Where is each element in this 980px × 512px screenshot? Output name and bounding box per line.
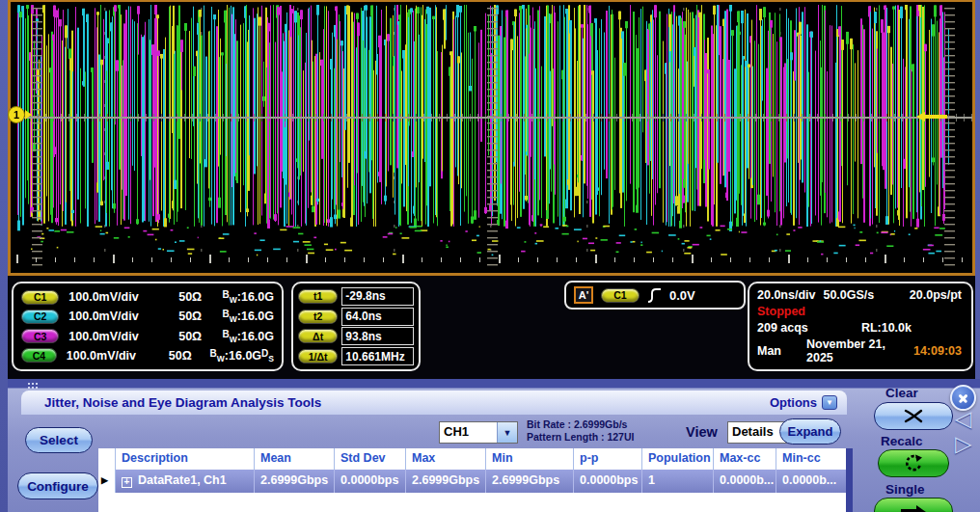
channel-c3-termination: 50Ω	[178, 330, 214, 343]
channel-c1-button[interactable]: C1	[21, 290, 59, 305]
cell-mean: 2.6999Gbps	[255, 470, 335, 493]
channel-row-c3: C3 100.0mV/div 50Ω BW:16.0G	[21, 327, 274, 346]
single-label: Single	[885, 482, 925, 497]
date-display: November 21, 2025	[806, 337, 913, 364]
timebase-readout-box: 20.0ns/div 50.0GS/s 20.0ps/pt Stopped 20…	[748, 282, 973, 371]
channel-c3-button[interactable]: C3	[21, 329, 59, 343]
marker-arrow-icon	[25, 110, 32, 120]
trigger-system-badge[interactable]: A'	[574, 286, 593, 304]
channel-c3-scale: 100.0mV/div	[68, 330, 178, 343]
cursor-t2-value: 64.0ns	[341, 308, 414, 326]
cursor-dt-button[interactable]: Δt	[298, 329, 338, 343]
channel-c2-button[interactable]: C2	[21, 310, 59, 324]
trigger-mode: Man	[757, 344, 781, 358]
timebase-scale-line: 20.0ns/div 50.0GS/s 20.0ps/pt	[757, 288, 962, 302]
options-dropdown-icon[interactable]: ▼	[822, 395, 837, 410]
column-header-mincc[interactable]: Min-cc	[776, 448, 846, 470]
source-select[interactable]: CH1 ▼	[439, 421, 518, 444]
jnea-panel: Jitter, Noise and Eye Diagram Analysis T…	[8, 379, 980, 512]
source-dropdown-icon[interactable]: ▼	[497, 422, 517, 443]
channel-c1-scale: 100.0mV/div	[68, 290, 178, 304]
waveform-reference-marker[interactable]: 1	[8, 106, 32, 123]
column-header-max[interactable]: Max	[406, 448, 486, 470]
trigger-source-button[interactable]: C1	[601, 288, 640, 303]
record-length: RL:10.0k	[861, 321, 912, 335]
channel-c4-bandwidth: BW:16.0G	[210, 348, 261, 364]
column-header-population[interactable]: Population	[642, 448, 714, 470]
channel-c3-bandwidth: BW:16.0G	[223, 329, 274, 344]
channel-row-c1: C1 100.0mV/div 50Ω BW:16.0G	[21, 287, 274, 307]
recalc-label: Recalc	[881, 434, 923, 448]
trigger-readout-box: A' C1 0.0V	[564, 281, 746, 310]
options-label: Options	[770, 395, 817, 410]
configure-button[interactable]: Configure	[17, 472, 98, 499]
expand-button[interactable]: Expand	[779, 418, 841, 445]
single-arrow-icon	[901, 505, 926, 512]
cell-stddev: 0.0000bps	[335, 470, 406, 493]
cursor-row-t2: t2 64.0ns	[298, 307, 414, 327]
channel-c2-scale: 100.0mV/div	[68, 310, 178, 323]
cursor-row-inv-dt: 1/Δt 10.661MHz	[298, 346, 414, 366]
cursor-row-t1: t1 -29.8ns	[298, 286, 414, 307]
recalc-button[interactable]	[878, 449, 949, 477]
bit-rate-info: Bit Rate : 2.6999Gb/s Pattern Length : 1…	[527, 418, 634, 444]
cursor-inv-dt-value: 10.661MHz	[341, 347, 414, 365]
column-header-min[interactable]: Min	[486, 448, 574, 470]
channel-readout-box: C1 100.0mV/div 50Ω BW:16.0G C2 100.0mV/d…	[12, 282, 284, 371]
sample-rate: 50.0GS/s	[823, 288, 874, 302]
expand-row-icon[interactable]: +	[122, 477, 132, 488]
nav-left-icon[interactable]: ◁	[955, 408, 972, 430]
single-button[interactable]	[874, 498, 953, 512]
channel-row-c4: C4 100.0mV/div 50Ω BW:16.0G DS	[21, 346, 274, 365]
table-scrollbar[interactable]	[846, 448, 853, 512]
digital-signal-badge: DS	[261, 348, 274, 364]
panel-title: Jitter, Noise and Eye Diagram Analysis T…	[44, 395, 321, 410]
cell-min: 2.6999Gbps	[486, 470, 574, 493]
channel-c2-bandwidth: BW:16.0G	[223, 309, 274, 324]
channel-c2-termination: 50Ω	[178, 310, 214, 323]
cursor-inv-dt-button[interactable]: 1/Δt	[298, 349, 338, 364]
recalc-refresh-icon	[905, 454, 923, 472]
cursor-t1-button[interactable]: t1	[298, 289, 338, 304]
waveform-canvas	[11, 2, 972, 273]
column-header-maxcc[interactable]: Max-cc	[714, 448, 776, 470]
table-header-selector	[98, 448, 116, 470]
channel-c1-termination: 50Ω	[178, 290, 214, 304]
trigger-level-value: 0.0V	[669, 288, 695, 303]
cursor-t1-value: -29.8ns	[341, 287, 414, 306]
source-select-value: CH1	[440, 422, 497, 443]
cursor-readout-box: t1 -29.8ns t2 64.0ns Δt 93.8ns 1/Δt 10.6…	[291, 282, 421, 371]
channel-c4-button[interactable]: C4	[21, 348, 57, 363]
cell-description: +DataRate1, Ch1	[116, 470, 255, 493]
rising-edge-icon	[647, 287, 662, 304]
select-button[interactable]: Select	[25, 427, 93, 453]
column-header-description[interactable]: Description	[116, 448, 255, 470]
clear-x-icon	[904, 409, 923, 423]
view-label: View	[686, 424, 718, 440]
results-table: Description Mean Std Dev Max Min p-p Pop…	[98, 448, 846, 512]
cell-population: 1	[642, 470, 714, 493]
table-row[interactable]: ▶ +DataRate1, Ch1 2.6999Gbps 0.0000bps 2…	[98, 470, 846, 493]
acquisition-status: Stopped	[757, 305, 805, 318]
cursor-dt-value: 93.8ns	[341, 327, 414, 345]
trigger-level-arrow-icon[interactable]	[916, 112, 947, 121]
column-header-stddev[interactable]: Std Dev	[335, 448, 406, 470]
cell-max: 2.6999Gbps	[406, 470, 486, 493]
table-header-row: Description Mean Std Dev Max Min p-p Pop…	[98, 448, 846, 470]
cursor-t2-button[interactable]: t2	[298, 310, 338, 324]
column-header-pp[interactable]: p-p	[574, 448, 642, 470]
options-menu[interactable]: Options ▼	[770, 395, 837, 410]
panel-header: Jitter, Noise and Eye Diagram Analysis T…	[21, 391, 847, 415]
pattern-length-value: Pattern Length : 127UI	[527, 431, 634, 444]
column-header-mean[interactable]: Mean	[255, 448, 335, 470]
cell-mincc: 0.0000b...	[776, 470, 846, 493]
row-selector-icon[interactable]: ▶	[98, 470, 116, 493]
clear-button[interactable]	[874, 402, 953, 430]
channel-row-c2: C2 100.0mV/div 50Ω BW:16.0G	[21, 307, 274, 326]
cell-pp: 0.0000bps	[574, 470, 642, 493]
horizontal-scale: 20.0ns/div	[757, 288, 815, 302]
channel-c1-bandwidth: BW:16.0G	[223, 289, 274, 305]
readout-bar: C1 100.0mV/div 50Ω BW:16.0G C2 100.0mV/d…	[8, 276, 975, 379]
nav-right-icon[interactable]: ▷	[955, 433, 972, 455]
resolution: 20.0ps/pt	[910, 288, 962, 302]
